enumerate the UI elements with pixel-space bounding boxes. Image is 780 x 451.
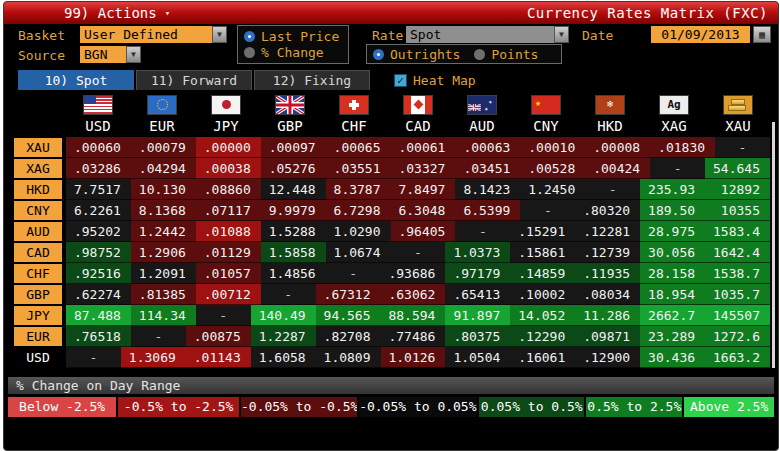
matrix-cell-eur-xau[interactable]: 1272.6 [705,326,770,347]
matrix-cell-cad-aud[interactable]: 1.0373 [445,242,510,263]
tab-fixing[interactable]: 12) Fixing [254,70,370,90]
matrix-cell-cad-gbp[interactable]: 1.5858 [261,242,326,263]
outright-radio-outrights[interactable]: Outrights [373,47,460,62]
source-select[interactable]: BGN [80,46,126,63]
matrix-cell-aud-usd[interactable]: .95202 [66,221,131,242]
matrix-cell-aud-xag[interactable]: 28.975 [640,221,705,242]
matrix-cell-xau-xau[interactable]: - [715,137,770,158]
matrix-cell-xau-eur[interactable]: .00079 [131,137,196,158]
heatmap-toggle[interactable]: ✓ Heat Map [394,73,476,88]
matrix-cell-usd-cny[interactable]: .16061 [510,347,575,368]
matrix-cell-gbp-eur[interactable]: .81385 [131,284,196,305]
matrix-cell-xag-eur[interactable]: .04294 [131,158,196,179]
matrix-cell-gbp-usd[interactable]: .62274 [66,284,131,305]
matrix-cell-xau-usd[interactable]: .00060 [66,137,131,158]
matrix-cell-hkd-xau[interactable]: 12892 [705,179,770,200]
matrix-cell-aud-cad[interactable]: .96405 [391,221,456,242]
matrix-cell-usd-hkd[interactable]: .12900 [575,347,640,368]
matrix-cell-chf-hkd[interactable]: .11935 [575,263,640,284]
matrix-cell-cny-cny[interactable]: - [520,200,575,221]
row-label-cad[interactable]: CAD [14,243,62,262]
matrix-cell-cny-eur[interactable]: 8.1368 [131,200,196,221]
matrix-cell-chf-chf[interactable]: - [326,263,381,284]
matrix-cell-xau-jpy[interactable]: .00000 [196,137,261,158]
matrix-cell-eur-hkd[interactable]: .09871 [575,326,640,347]
col-header-jpy[interactable]: JPY [194,117,258,137]
matrix-cell-cny-cad[interactable]: 6.3048 [391,200,456,221]
matrix-cell-hkd-cad[interactable]: 7.8497 [391,179,456,200]
matrix-cell-cad-eur[interactable]: 1.2906 [131,242,196,263]
matrix-cell-usd-chf[interactable]: 1.0809 [316,347,381,368]
matrix-cell-usd-jpy[interactable]: .01143 [186,347,251,368]
matrix-cell-xag-cny[interactable]: .00528 [520,158,585,179]
matrix-cell-jpy-jpy[interactable]: - [196,305,251,326]
matrix-cell-xag-cad[interactable]: .03327 [391,158,456,179]
matrix-cell-hkd-usd[interactable]: 7.7517 [66,179,131,200]
matrix-cell-cny-xag[interactable]: 189.50 [640,200,705,221]
matrix-cell-eur-gbp[interactable]: 1.2287 [251,326,316,347]
matrix-cell-xag-aud[interactable]: .03451 [455,158,520,179]
matrix-cell-chf-jpy[interactable]: .01057 [196,263,261,284]
matrix-cell-aud-xau[interactable]: 1583.4 [705,221,770,242]
matrix-cell-eur-cny[interactable]: .12290 [510,326,575,347]
matrix-cell-cny-jpy[interactable]: .07117 [196,200,261,221]
price-radio--change[interactable]: % Change [244,45,342,60]
matrix-cell-cad-xau[interactable]: 1642.4 [705,242,770,263]
matrix-cell-gbp-xag[interactable]: 18.954 [640,284,705,305]
col-header-chf[interactable]: CHF [322,117,386,137]
scrollbar[interactable] [772,122,775,368]
col-header-hkd[interactable]: HKD [578,117,642,137]
matrix-cell-eur-xag[interactable]: 23.289 [640,326,705,347]
matrix-cell-eur-eur[interactable]: - [131,326,186,347]
col-header-cad[interactable]: CAD [386,117,450,137]
matrix-cell-xau-hkd[interactable]: .00008 [585,137,650,158]
matrix-cell-hkd-aud[interactable]: 8.1423 [455,179,520,200]
matrix-cell-cny-gbp[interactable]: 9.9979 [261,200,326,221]
matrix-cell-jpy-cad[interactable]: 88.594 [381,305,446,326]
matrix-cell-jpy-xag[interactable]: 2662.7 [640,305,705,326]
matrix-cell-jpy-chf[interactable]: 94.565 [316,305,381,326]
matrix-cell-jpy-hkd[interactable]: 11.286 [575,305,640,326]
matrix-cell-xau-xag[interactable]: .01830 [650,137,715,158]
col-header-xau[interactable]: XAU [706,117,770,137]
matrix-cell-aud-jpy[interactable]: .01088 [196,221,261,242]
calendar-icon[interactable]: ▦ [753,26,771,43]
matrix-cell-chf-usd[interactable]: .92516 [66,263,131,284]
date-input[interactable]: 01/09/2013 [651,26,750,43]
matrix-cell-usd-cad[interactable]: 1.0126 [381,347,446,368]
matrix-cell-xag-jpy[interactable]: .00038 [196,158,261,179]
matrix-cell-usd-usd[interactable]: - [66,347,121,368]
matrix-cell-jpy-usd[interactable]: 87.488 [66,305,131,326]
matrix-cell-eur-jpy[interactable]: .00875 [186,326,251,347]
matrix-cell-xau-cny[interactable]: .00010 [520,137,585,158]
row-label-xau[interactable]: XAU [14,138,62,157]
matrix-cell-chf-aud[interactable]: .97179 [445,263,510,284]
matrix-cell-jpy-eur[interactable]: 114.34 [131,305,196,326]
outright-radio-points[interactable]: Points [474,47,538,62]
row-label-eur[interactable]: EUR [14,327,62,346]
matrix-cell-xau-gbp[interactable]: .00097 [261,137,326,158]
matrix-cell-chf-eur[interactable]: 1.2091 [131,263,196,284]
matrix-cell-gbp-hkd[interactable]: .08034 [575,284,640,305]
tab-forward[interactable]: 11) Forward [136,70,252,90]
matrix-cell-aud-eur[interactable]: 1.2442 [131,221,196,242]
matrix-cell-cny-hkd[interactable]: .80320 [575,200,640,221]
matrix-cell-hkd-cny[interactable]: 1.2450 [520,179,585,200]
matrix-cell-xag-xau[interactable]: 54.645 [705,158,770,179]
matrix-cell-gbp-chf[interactable]: .67312 [316,284,381,305]
matrix-cell-hkd-xag[interactable]: 235.93 [640,179,705,200]
matrix-cell-xau-aud[interactable]: .00063 [455,137,520,158]
row-label-aud[interactable]: AUD [14,222,62,241]
matrix-cell-eur-chf[interactable]: .82708 [316,326,381,347]
matrix-cell-xau-chf[interactable]: .00065 [326,137,391,158]
matrix-cell-jpy-gbp[interactable]: 140.49 [251,305,316,326]
matrix-cell-aud-cny[interactable]: .15291 [510,221,575,242]
matrix-cell-eur-usd[interactable]: .76518 [66,326,131,347]
matrix-cell-xag-xag[interactable]: - [650,158,705,179]
source-dropdown-icon[interactable]: ▼ [126,46,141,63]
matrix-cell-usd-xau[interactable]: 1663.2 [705,347,770,368]
matrix-cell-cny-usd[interactable]: 6.2261 [66,200,131,221]
matrix-cell-hkd-gbp[interactable]: 12.448 [261,179,326,200]
rate-select[interactable]: Spot [406,26,554,43]
matrix-cell-hkd-hkd[interactable]: - [585,179,640,200]
